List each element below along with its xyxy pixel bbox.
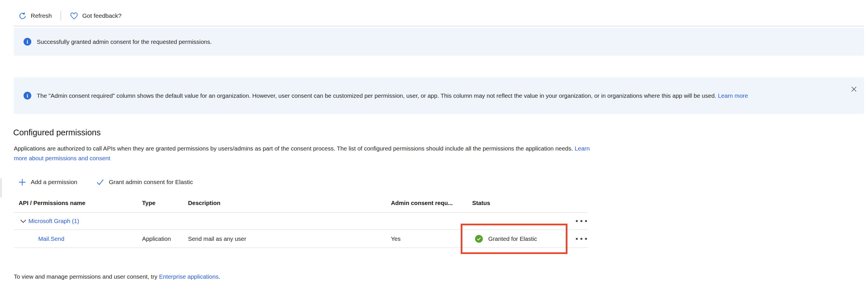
- permission-type-cell: Application: [142, 236, 171, 242]
- column-header-admin-consent-required[interactable]: Admin consent requ...: [391, 200, 453, 207]
- status-cell: Granted for Elastic: [475, 235, 537, 243]
- table-row-microsoft-graph: Microsoft Graph (1): [14, 213, 588, 230]
- footer-note-text: To view and manage permissions and user …: [14, 273, 159, 280]
- note-text: The "Admin consent required" column show…: [37, 92, 716, 99]
- plus-icon: [19, 178, 26, 186]
- refresh-button[interactable]: Refresh: [19, 12, 52, 20]
- mail-send-link[interactable]: Mail.Send: [38, 236, 64, 242]
- feedback-button[interactable]: Got feedback?: [70, 12, 122, 20]
- api-permissions-page: Refresh Got feedback? i Successfully gra…: [0, 0, 868, 289]
- left-scrollbar-thumb[interactable]: [0, 178, 2, 197]
- permission-actions: Add a permission Grant admin consent for…: [19, 176, 193, 189]
- footer-note-period: .: [218, 273, 220, 280]
- configured-permissions-table: API / Permissions name Type Description …: [14, 194, 588, 248]
- table-header-row: API / Permissions name Type Description …: [14, 194, 588, 213]
- heart-icon: [70, 12, 79, 20]
- learn-more-link[interactable]: Learn more: [718, 92, 748, 99]
- granted-check-icon: [475, 235, 483, 243]
- permission-description-cell: Send mail as any user: [188, 236, 246, 242]
- grant-admin-consent-label: Grant admin consent for Elastic: [109, 179, 193, 185]
- feedback-label: Got feedback?: [82, 12, 122, 19]
- column-header-description[interactable]: Description: [188, 200, 220, 207]
- dismiss-banner-button[interactable]: [849, 85, 858, 94]
- column-header-status[interactable]: Status: [472, 200, 490, 207]
- toolbar-divider: [61, 11, 61, 21]
- success-banner: i Successfully granted admin consent for…: [14, 28, 864, 56]
- admin-consent-note-banner: i The "Admin consent required" column sh…: [14, 77, 864, 114]
- refresh-label: Refresh: [31, 12, 52, 19]
- refresh-icon: [19, 12, 27, 20]
- note-banner-text: The "Admin consent required" column show…: [37, 91, 748, 100]
- column-header-type[interactable]: Type: [142, 200, 155, 207]
- add-permission-button[interactable]: Add a permission: [19, 178, 77, 186]
- enterprise-applications-link[interactable]: Enterprise applications: [159, 273, 218, 280]
- add-permission-label: Add a permission: [31, 179, 77, 185]
- chevron-down-icon[interactable]: [20, 217, 27, 225]
- grant-admin-consent-button[interactable]: Grant admin consent for Elastic: [96, 178, 193, 186]
- more-options-icon[interactable]: [572, 238, 590, 240]
- footer-note: To view and manage permissions and user …: [14, 273, 220, 280]
- status-text: Granted for Elastic: [488, 236, 537, 242]
- section-description-text: Applications are authorized to call APIs…: [14, 145, 573, 152]
- info-icon: i: [24, 38, 31, 45]
- microsoft-graph-link[interactable]: Microsoft Graph (1): [28, 218, 79, 224]
- more-options-icon[interactable]: [572, 220, 590, 222]
- toolbar-bottom-divider: [14, 26, 864, 26]
- success-banner-text: Successfully granted admin consent for t…: [37, 37, 212, 46]
- info-icon: i: [24, 92, 31, 100]
- section-description: Applications are authorized to call APIs…: [14, 144, 598, 163]
- command-bar: Refresh Got feedback?: [19, 8, 121, 24]
- column-header-api-permissions-name[interactable]: API / Permissions name: [19, 200, 85, 207]
- table-row-mail-send: Mail.Send Application Send mail as any u…: [14, 230, 588, 248]
- close-icon: [850, 85, 858, 93]
- page-title: Configured permissions: [13, 128, 101, 137]
- check-icon: [96, 178, 104, 186]
- admin-consent-required-cell: Yes: [391, 236, 400, 242]
